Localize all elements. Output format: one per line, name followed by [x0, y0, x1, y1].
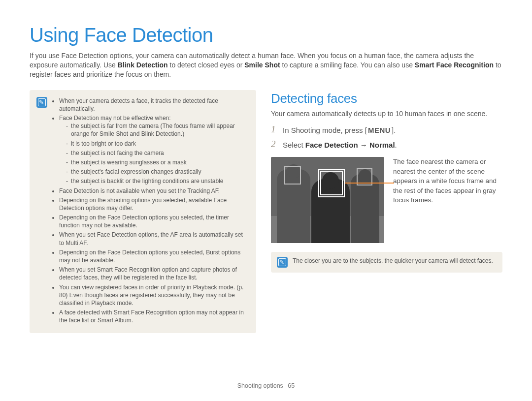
step-text: In Shooting mode, press [ — [283, 126, 367, 134]
page-title: Using Face Detection — [30, 22, 502, 48]
note-bullet: Face Detection is not available when you… — [59, 187, 248, 195]
note-icon — [277, 257, 288, 268]
step-number: 2 — [271, 139, 278, 150]
note-bullet: Face Detection may not be effective when… — [59, 114, 248, 185]
note-subbullet: the subject's facial expression changes … — [66, 168, 248, 176]
step-number: 1 — [271, 124, 278, 135]
step-text: . — [395, 141, 397, 149]
note-icon — [36, 97, 47, 108]
note-bullet: When you set Face Detection options, the… — [59, 231, 248, 247]
footer-section: Shooting options — [237, 382, 283, 389]
note-bullet: Depending on the shooting options you se… — [59, 196, 248, 212]
note-bullet: A face detected with Smart Face Recognit… — [59, 308, 248, 324]
step-1: 1 In Shooting mode, press [MENU]. — [271, 124, 502, 135]
tip-text: The closer you are to the subjects, the … — [293, 257, 493, 268]
focus-frame-white — [320, 171, 343, 195]
step-bold: Face Detection → Normal — [305, 141, 395, 149]
info-note-box: When your camera detects a face, it trac… — [30, 90, 256, 333]
tip-note-box: The closer you are to the subjects, the … — [271, 252, 502, 273]
footer-page-number: 65 — [288, 382, 295, 389]
note-subbullet: the subject is backlit or the lighting c… — [66, 177, 248, 185]
intro-p2: to detect closed eyes or — [170, 61, 245, 69]
section-intro: Your camera automatically detects up to … — [271, 109, 502, 119]
page-footer: Shooting options 65 — [0, 382, 532, 390]
intro-b1: Blink Detection — [118, 61, 168, 69]
intro-paragraph: If you use Face Detection options, your … — [30, 51, 502, 79]
illustration-caption: The face nearest the camera or nearest t… — [393, 157, 502, 205]
callout-line — [345, 183, 394, 184]
section-heading: Detecting faces — [271, 90, 502, 107]
note-bullet-lead: Face Detection may not be effective when… — [59, 115, 171, 122]
intro-p3: to capture a smiling face. You can also … — [282, 61, 415, 69]
intro-b2: Smile Shot — [244, 61, 280, 69]
note-bullet: When your camera detects a face, it trac… — [59, 97, 248, 113]
note-subbullet: it is too bright or too dark — [66, 140, 248, 148]
note-bullet: Depending on the Face Detection options … — [59, 214, 248, 229]
note-subbullet: the subject is wearing sunglasses or a m… — [66, 158, 248, 166]
menu-button-label: MENU — [367, 125, 392, 135]
note-subbullet: the subject is far from the camera (The … — [66, 122, 248, 138]
intro-b3: Smart Face Recognition — [415, 61, 494, 69]
note-bullet: When you set Smart Face Recognition opti… — [59, 266, 248, 281]
step-text: ]. — [392, 126, 396, 134]
note-bullet: You can view registered faces in order o… — [59, 283, 248, 308]
focus-frame-gray — [284, 166, 301, 185]
illustration-face-detection — [271, 157, 384, 243]
note-subbullet: the subject is not facing the camera — [66, 149, 248, 157]
step-text: Select — [283, 141, 305, 149]
note-bullet: Depending on the Face Detection options … — [59, 248, 248, 264]
note-body: When your camera detects a face, it trac… — [52, 97, 248, 326]
step-2: 2 Select Face Detection → Normal. — [271, 139, 502, 150]
